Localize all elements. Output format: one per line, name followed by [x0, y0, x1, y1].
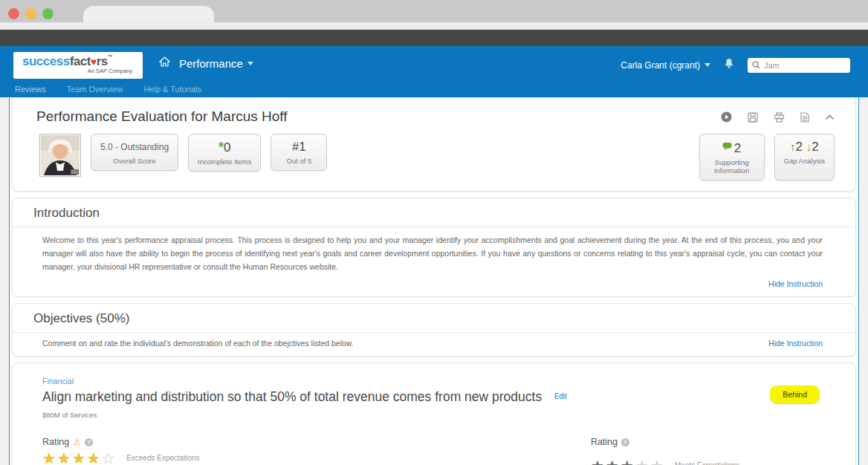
- logo-text: success: [22, 54, 70, 68]
- objective-category: Financial: [42, 377, 567, 386]
- document-icon[interactable]: [800, 112, 809, 123]
- supporting-information-card[interactable]: 2 Supporting Information: [699, 134, 765, 181]
- heart-icon: ♥: [91, 56, 97, 68]
- objective-title: Align marketing and distribution so that…: [42, 389, 542, 404]
- self-rating-label: Rating: [591, 437, 618, 447]
- photo-badge-icon: [71, 169, 79, 175]
- asterisk-icon: *: [218, 140, 224, 155]
- home-icon[interactable]: [159, 56, 170, 70]
- chevron-down-icon: [247, 62, 253, 65]
- print-icon[interactable]: [774, 112, 785, 123]
- search-input[interactable]: [764, 61, 846, 70]
- introduction-text: Welcome to this year's performance appra…: [42, 234, 823, 274]
- chevron-down-icon: [705, 63, 710, 67]
- user-menu[interactable]: Carla Grant (cgrant): [621, 60, 710, 71]
- divider: [13, 227, 855, 227]
- overall-score-value: 5.0 - Outstanding: [100, 140, 169, 155]
- browser-toolbar-strip: [0, 22, 868, 30]
- manager-rating-text: Exceeds Expectations: [126, 454, 199, 462]
- close-button[interactable]: [8, 8, 19, 19]
- star-icon[interactable]: ★: [87, 450, 102, 465]
- search-icon: [752, 59, 760, 72]
- comment-bubble-icon: [722, 140, 732, 155]
- objective-card: Financial Align marketing and distributi…: [12, 362, 856, 465]
- info-icon[interactable]: ?: [621, 438, 629, 446]
- evaluation-header-card: Performance Evaluation for Marcus Hoff: [12, 97, 856, 192]
- info-icon[interactable]: ?: [85, 438, 93, 446]
- gap-analysis-card[interactable]: ↑2 ↓2 Gap Analysis: [774, 134, 835, 181]
- notifications-bell-icon[interactable]: [724, 58, 734, 72]
- star-icon[interactable]: ★: [606, 458, 621, 465]
- subnav: Reviews Team Overview Help & Tutorials: [0, 84, 868, 97]
- app-header: successfact♥rs™ An SAP Company Performan…: [0, 46, 868, 84]
- star-icon[interactable]: ★: [621, 458, 635, 465]
- subnav-item-help-tutorials[interactable]: Help & Tutorials: [143, 84, 201, 97]
- star-icon[interactable]: ★: [591, 458, 606, 465]
- hide-instruction-link[interactable]: Hide Instruction: [768, 279, 823, 288]
- objective-metric: $80M of Services: [42, 411, 567, 419]
- rank-card[interactable]: #1 Out of 5: [271, 134, 327, 171]
- star-icon[interactable]: ★: [650, 458, 665, 465]
- objectives-heading: Objectives (50%): [13, 304, 855, 332]
- status-badge[interactable]: Behind: [770, 386, 820, 403]
- self-rating-text: Meets Expectations: [675, 461, 739, 465]
- employee-photo: [39, 134, 81, 177]
- star-icon[interactable]: ★: [57, 450, 72, 465]
- overall-score-card[interactable]: 5.0 - Outstanding Overall Score: [91, 134, 178, 171]
- warning-icon[interactable]: ⚠: [73, 438, 81, 446]
- edit-objective-link[interactable]: Edit: [554, 392, 567, 400]
- route-map-icon[interactable]: [721, 111, 732, 123]
- manager-rating-label: Rating: [42, 437, 69, 447]
- hide-instruction-link[interactable]: Hide Instruction: [768, 339, 823, 348]
- save-icon[interactable]: [748, 112, 758, 123]
- collapse-chevron-up-icon[interactable]: [825, 114, 835, 120]
- star-icon[interactable]: ★: [72, 450, 87, 465]
- incomplete-items-card[interactable]: *0 Incomplete Items: [188, 134, 261, 172]
- self-rating-stars[interactable]: ★★★★★: [591, 457, 665, 465]
- module-menu[interactable]: Performance: [179, 57, 243, 70]
- page-frame: Performance Evaluation for Marcus Hoff: [9, 97, 859, 465]
- minimize-button[interactable]: [25, 8, 36, 19]
- subnav-item-team-overview[interactable]: Team Overview: [67, 84, 123, 97]
- overall-score-label: Overall Score: [100, 157, 169, 166]
- objectives-section-header: Objectives (50%) Comment on and rate the…: [12, 303, 856, 357]
- hash-icon: #: [292, 140, 299, 153]
- star-icon[interactable]: ★: [635, 458, 650, 465]
- search-box: [748, 58, 850, 73]
- introduction-heading: Introduction: [13, 198, 855, 227]
- introduction-section: Introduction Welcome to this year's perf…: [12, 198, 856, 298]
- maximize-button[interactable]: [42, 8, 54, 19]
- star-icon[interactable]: ☆: [102, 450, 117, 465]
- star-icon[interactable]: ★: [42, 450, 57, 465]
- browser-chrome: [0, 0, 868, 30]
- manager-rating-stars[interactable]: ★★★★☆: [42, 449, 117, 465]
- successfactors-logo[interactable]: successfact♥rs™ An SAP Company: [13, 52, 143, 79]
- subnav-item-reviews[interactable]: Reviews: [15, 84, 46, 97]
- browser-dark-bar: [0, 30, 868, 46]
- objectives-instruction: Comment on and rate the individual's dem…: [42, 339, 354, 348]
